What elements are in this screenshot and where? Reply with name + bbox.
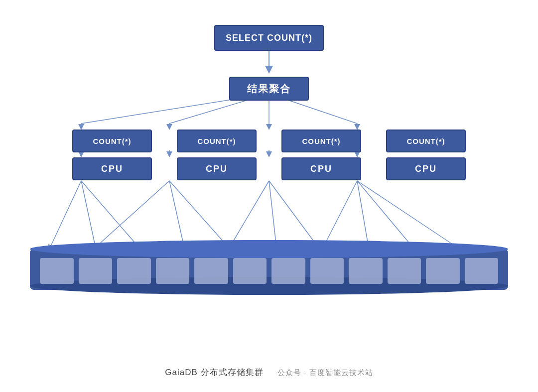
disk-tile [156, 258, 190, 284]
svg-line-19 [229, 181, 269, 248]
svg-line-24 [357, 181, 413, 248]
svg-line-14 [81, 181, 96, 248]
disk-tile [465, 258, 499, 284]
disk-tiles [30, 255, 508, 287]
count-box-2: COUNT(*) [177, 130, 257, 152]
count-box-3: COUNT(*) [281, 130, 361, 152]
disk-tile [310, 258, 344, 284]
footer-label: GaiaDB 分布式存储集群 公众号 · 百度智能云技术站 [165, 367, 373, 378]
disk-tile [40, 258, 74, 284]
disk-tile [194, 258, 228, 284]
count-box-4: COUNT(*) [386, 130, 466, 152]
cpu-box-2: CPU [177, 157, 257, 180]
svg-line-15 [81, 181, 139, 248]
count-box-1: COUNT(*) [72, 130, 152, 152]
diagram-container: SELECT COUNT(*) 结果聚合 COUNT(*) COUNT(*) C… [0, 0, 538, 392]
cpu-box-3: CPU [281, 157, 361, 180]
cpu-box-1: CPU [72, 157, 152, 180]
cpu-box-4: CPU [386, 157, 466, 180]
disk-tile [233, 258, 267, 284]
select-count-box: SELECT COUNT(*) [214, 25, 324, 51]
disk-tile [388, 258, 421, 284]
svg-line-25 [357, 181, 458, 248]
svg-line-13 [50, 181, 81, 248]
disk-tile [349, 258, 383, 284]
svg-line-16 [95, 181, 169, 248]
disk-tile [117, 258, 151, 284]
svg-line-22 [323, 181, 357, 248]
result-aggregation-box: 结果聚合 [229, 77, 309, 101]
connectors-svg [0, 0, 538, 392]
svg-line-21 [269, 181, 319, 248]
svg-line-20 [269, 181, 276, 248]
svg-line-17 [169, 181, 184, 248]
watermark: 公众号 · 百度智能云技术站 [277, 368, 373, 377]
storage-cluster [30, 240, 508, 295]
storage-label: GaiaDB 分布式存储集群 [165, 368, 263, 377]
svg-line-23 [357, 181, 369, 248]
svg-line-18 [169, 181, 229, 248]
disk-tile [271, 258, 305, 284]
disk-tile [79, 258, 113, 284]
disk-tile [426, 258, 460, 284]
